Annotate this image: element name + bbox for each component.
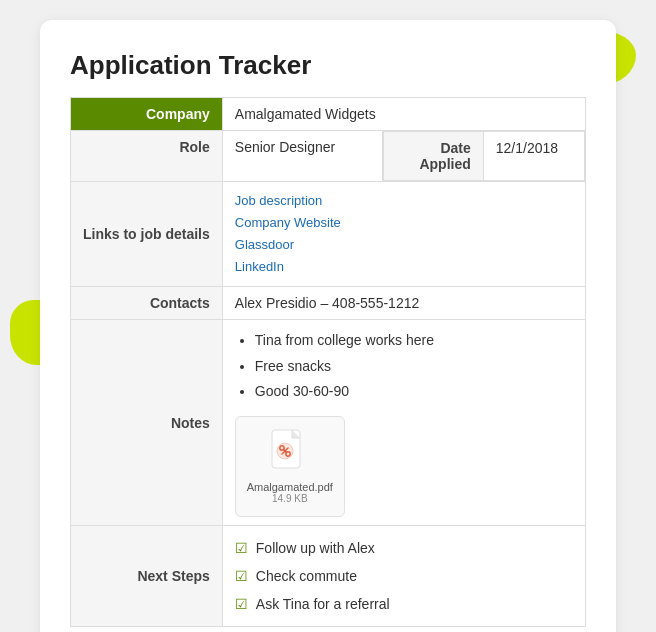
- next-steps-label-cell: Next Steps: [71, 525, 223, 626]
- file-name: Amalgamated.pdf: [247, 481, 333, 493]
- date-inner-table: Date Applied 12/1/2018: [383, 131, 585, 181]
- company-label-cell: Company: [71, 98, 223, 131]
- table-row-company: Company Amalgamated Widgets: [71, 98, 586, 131]
- role-value-cell: Senior Designer: [222, 131, 382, 182]
- checkbox-icon-3: ☑: [235, 590, 248, 618]
- table-row-next-steps: Next Steps ☑ Follow up with Alex ☑ Check…: [71, 525, 586, 626]
- company-value-cell: Amalgamated Widgets: [222, 98, 585, 131]
- next-steps-value-cell: ☑ Follow up with Alex ☑ Check commute ☑ …: [222, 525, 585, 626]
- checkbox-icon-1: ☑: [235, 534, 248, 562]
- contacts-label-cell: Contacts: [71, 287, 223, 320]
- links-label-cell: Links to job details: [71, 182, 223, 287]
- link-company-website[interactable]: Company Website: [235, 212, 573, 234]
- checkbox-icon-2: ☑: [235, 562, 248, 590]
- step-text-1: Follow up with Alex: [256, 534, 375, 562]
- table-row-role: Role Senior Designer Date Applied 12/1/2…: [71, 131, 586, 182]
- date-applied-label: Date Applied: [383, 132, 483, 181]
- date-container-cell: Date Applied 12/1/2018: [382, 131, 585, 182]
- step-item-2: ☑ Check commute: [235, 562, 573, 590]
- link-job-description[interactable]: Job description: [235, 190, 573, 212]
- page-wrapper: Application Tracker Company Amalgamated …: [0, 0, 656, 632]
- note-item-1: Tina from college works here: [255, 328, 573, 353]
- contacts-value-cell: Alex Presidio – 408-555-1212: [222, 287, 585, 320]
- table-row-links: Links to job details Job description Com…: [71, 182, 586, 287]
- link-glassdoor[interactable]: Glassdoor: [235, 234, 573, 256]
- date-applied-value: 12/1/2018: [483, 132, 584, 181]
- step-text-3: Ask Tina for a referral: [256, 590, 390, 618]
- notes-label-cell: Notes: [71, 320, 223, 526]
- note-item-3: Good 30-60-90: [255, 379, 573, 404]
- step-item-1: ☑ Follow up with Alex: [235, 534, 573, 562]
- tracker-table: Company Amalgamated Widgets Role Senior …: [70, 97, 586, 627]
- role-label-cell: Role: [71, 131, 223, 182]
- note-item-2: Free snacks: [255, 354, 573, 379]
- table-row-contacts: Contacts Alex Presidio – 408-555-1212: [71, 287, 586, 320]
- page-title: Application Tracker: [70, 50, 586, 81]
- date-row: Date Applied 12/1/2018: [383, 132, 584, 181]
- pdf-icon: [270, 429, 310, 477]
- links-value-cell: Job description Company Website Glassdoo…: [222, 182, 585, 287]
- file-attachment[interactable]: Amalgamated.pdf 14.9 KB: [235, 416, 345, 517]
- notes-list: Tina from college works here Free snacks…: [235, 328, 573, 404]
- step-item-3: ☑ Ask Tina for a referral: [235, 590, 573, 618]
- step-text-2: Check commute: [256, 562, 357, 590]
- file-size: 14.9 KB: [272, 493, 308, 504]
- main-card: Application Tracker Company Amalgamated …: [40, 20, 616, 632]
- notes-value-cell: Tina from college works here Free snacks…: [222, 320, 585, 526]
- link-linkedin[interactable]: LinkedIn: [235, 256, 573, 278]
- steps-list: ☑ Follow up with Alex ☑ Check commute ☑ …: [235, 534, 573, 618]
- table-row-notes: Notes Tina from college works here Free …: [71, 320, 586, 526]
